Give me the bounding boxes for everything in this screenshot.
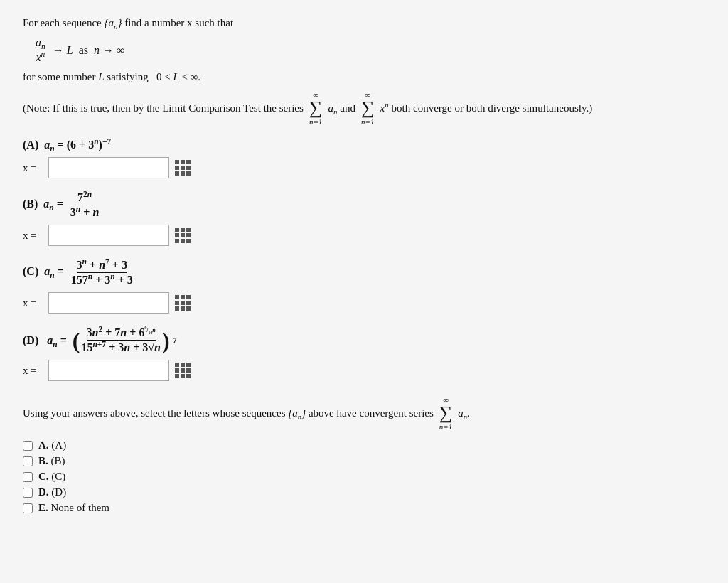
checkbox-c[interactable]	[23, 472, 33, 482]
note-paren-open: (Note: If this is true, then by the Limi…	[23, 102, 304, 114]
part-c-answer-row: x =	[23, 292, 705, 314]
option-d: D. (D)	[23, 486, 705, 498]
part-c-grid-icon[interactable]	[175, 295, 191, 311]
part-c-fraction: 3n + n7 + 3 157n + 3n + 3	[71, 259, 133, 287]
option-a: A. (A)	[23, 439, 705, 451]
part-b: (B) an = 72n 3n + n x =	[23, 191, 705, 246]
sigma-an: ∞ ∑ n=1	[309, 90, 323, 126]
using-prefix: Using your answers above, select the let…	[23, 407, 434, 419]
part-d-paren-right: )	[162, 329, 170, 352]
part-c: (C) an = 3n + n7 + 3 157n + 3n + 3 x =	[23, 259, 705, 314]
conclusion-sigma: ∞ ∑ n=1	[439, 395, 453, 431]
checkbox-a[interactable]	[23, 441, 33, 451]
part-c-x-label: x =	[23, 297, 43, 309]
part-d-label: (D) an = ( 3n2 + 7n + 69/10n 15n+7 + 3n …	[23, 326, 705, 354]
option-d-label[interactable]: D. (D)	[38, 486, 66, 498]
part-c-input[interactable]	[48, 292, 169, 314]
part-b-answer-row: x =	[23, 225, 705, 246]
part-b-label: (B) an = 72n 3n + n	[23, 191, 705, 219]
part-d-fraction: 3n2 + 7n + 69/10n 15n+7 + 3n + 3√n	[81, 326, 161, 354]
part-a-answer-row: x =	[23, 157, 705, 178]
part-c-label: (C) an = 3n + n7 + 3 157n + 3n + 3	[23, 259, 705, 287]
intro-text: For each sequence {an} find a number x s…	[23, 17, 705, 29]
part-a-input[interactable]	[48, 157, 169, 178]
option-e-label[interactable]: E. None of them	[38, 502, 109, 514]
part-a-x-label: x =	[23, 162, 43, 174]
note-line: (Note: If this is true, then by the Limi…	[23, 90, 705, 126]
conclusion-section: Using your answers above, select the let…	[23, 395, 705, 514]
using-text: Using your answers above, select the let…	[23, 395, 705, 431]
part-d: (D) an = ( 3n2 + 7n + 69/10n 15n+7 + 3n …	[23, 326, 705, 381]
part-a-label: (A) an = (6 + 3n)−7	[23, 139, 705, 151]
part-b-fraction: 72n 3n + n	[70, 191, 99, 219]
both-text: both converge or both diverge simultaneo…	[392, 102, 593, 114]
option-a-label[interactable]: A. (A)	[38, 439, 66, 451]
part-b-input[interactable]	[48, 225, 169, 246]
an-label: an	[328, 102, 337, 114]
option-b: B. (B)	[23, 455, 705, 467]
problem-header: For each sequence {an} find a number x s…	[23, 17, 705, 126]
checkbox-b[interactable]	[23, 456, 33, 466]
option-e: E. None of them	[23, 502, 705, 514]
part-a: (A) an = (6 + 3n)−7 x =	[23, 139, 705, 178]
sigma-xn: ∞ ∑ n=1	[361, 90, 375, 126]
part-d-paren-left: (	[73, 329, 80, 352]
limit-formula: an xn → L as n → ∞	[34, 36, 705, 64]
option-b-label[interactable]: B. (B)	[38, 455, 65, 467]
part-a-grid-icon[interactable]	[175, 160, 191, 176]
part-b-x-label: x =	[23, 230, 43, 242]
option-c-label[interactable]: C. (C)	[38, 471, 65, 483]
option-c: C. (C)	[23, 471, 705, 483]
and-text: and	[340, 102, 355, 114]
checkbox-d[interactable]	[23, 488, 33, 498]
part-b-grid-icon[interactable]	[175, 228, 191, 243]
satisfying-text: for some number L satisfying 0 < L < ∞.	[23, 71, 705, 83]
part-d-answer-row: x =	[23, 360, 705, 381]
part-d-input[interactable]	[48, 360, 169, 381]
checkbox-e[interactable]	[23, 503, 33, 513]
fraction-an-xn: an xn	[36, 36, 46, 64]
part-d-x-label: x =	[23, 365, 43, 377]
part-d-grid-icon[interactable]	[175, 363, 191, 378]
conclusion-an: an.	[458, 407, 470, 419]
xn-label: xn	[380, 102, 389, 114]
